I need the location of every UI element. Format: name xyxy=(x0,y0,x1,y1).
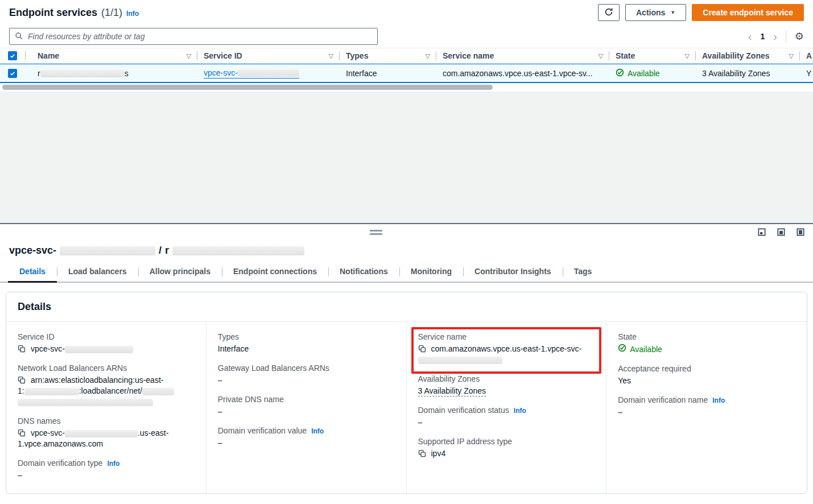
tab-tags[interactable]: Tags xyxy=(563,263,604,282)
field-supported-ip-address-type: Supported IP address type ipv4 xyxy=(418,437,595,459)
refresh-button[interactable] xyxy=(598,4,620,21)
tab-contributor-insights[interactable]: Contributor Insights xyxy=(463,263,563,282)
status-success-icon xyxy=(616,68,624,79)
copy-icon[interactable] xyxy=(18,345,26,356)
filter-icon[interactable]: ▽ xyxy=(685,52,690,60)
table-toolbar: ‹ 1 › ⚙ xyxy=(0,25,813,48)
field-domain-verification-status: Domain verification status Info – xyxy=(418,406,595,428)
table-row[interactable]: rs vpce-svc- Interface com.amazonaws.vpc… xyxy=(0,64,813,83)
select-all-checkbox[interactable] xyxy=(8,51,17,60)
filter-icon[interactable]: ▽ xyxy=(426,52,430,60)
column-header-name[interactable]: Name ▽ xyxy=(25,51,197,60)
field-acceptance-required: Acceptance required Yes xyxy=(618,364,795,386)
column-header-types[interactable]: Types ▽ xyxy=(339,51,436,60)
state-text: Available xyxy=(628,69,660,78)
redacted-text xyxy=(60,246,155,255)
endpoint-services-list-section: Endpoint services (1/1) Info Actions ▼ C… xyxy=(0,0,813,223)
panel-size-medium-icon[interactable] xyxy=(777,228,785,236)
redacted-text xyxy=(418,357,502,364)
current-page-number[interactable]: 1 xyxy=(760,32,765,41)
copy-icon[interactable] xyxy=(418,449,426,460)
page-info-link[interactable]: Info xyxy=(126,10,139,18)
search-box[interactable] xyxy=(9,28,378,45)
field-domain-verification-type: Domain verification type Info – xyxy=(18,458,195,481)
filter-icon[interactable]: ▽ xyxy=(329,52,333,60)
column-header-acceptance-cutoff[interactable]: A xyxy=(799,51,813,60)
column-header-service-id[interactable]: Service ID ▽ xyxy=(197,51,339,60)
field-domain-verification-name: Domain verification name Info – xyxy=(618,395,795,418)
tab-load-balancers[interactable]: Load balancers xyxy=(57,263,138,282)
availability-zones-popover-link[interactable]: 3 Availability Zones xyxy=(418,386,486,396)
field-label: Service name xyxy=(418,332,467,341)
copy-icon[interactable] xyxy=(18,376,26,387)
field-label: DNS names xyxy=(18,416,60,425)
info-link[interactable]: Info xyxy=(514,407,526,415)
page-title: Endpoint services xyxy=(9,7,97,19)
create-endpoint-service-button[interactable]: Create endpoint service xyxy=(692,4,804,21)
field-label: Domain verification type xyxy=(18,458,102,468)
service-id-link[interactable]: vpce-svc- xyxy=(204,68,299,79)
split-panel-drag-handle[interactable] xyxy=(370,230,382,235)
field-glb-arns: Gateway Load Balancers ARNs – xyxy=(218,363,395,386)
tab-endpoint-connections[interactable]: Endpoint connections xyxy=(222,263,328,282)
field-service-id: Service ID vpce-svc- xyxy=(18,332,195,354)
info-link[interactable]: Info xyxy=(311,427,324,435)
divider xyxy=(786,30,786,43)
table-header-row: Name ▽ Service ID ▽ Types ▽ Service name… xyxy=(0,48,813,64)
panel-title: vpce-svc- / r xyxy=(0,224,813,257)
redacted-text xyxy=(172,246,304,255)
field-private-dns-name: Private DNS name – xyxy=(218,395,395,417)
actions-button[interactable]: Actions ▼ xyxy=(625,4,686,21)
field-types: Types Interface xyxy=(218,332,395,354)
actions-button-label: Actions xyxy=(636,8,665,17)
column-header-service-name[interactable]: Service name ▽ xyxy=(436,51,609,60)
details-column-2: Types Interface Gateway Load Balancers A… xyxy=(207,322,407,493)
field-label: Domain verification name xyxy=(618,395,708,404)
details-column-1: Service ID vpce-svc- Network Load Balanc… xyxy=(6,322,207,493)
panel-size-small-icon[interactable] xyxy=(758,228,766,236)
filter-icon[interactable]: ▽ xyxy=(789,52,794,60)
tab-allow-principals[interactable]: Allow principals xyxy=(138,263,222,282)
row-checkbox[interactable] xyxy=(8,69,17,78)
copy-icon[interactable] xyxy=(18,429,26,440)
copy-icon[interactable] xyxy=(418,345,426,356)
field-label: Gateway Load Balancers ARNs xyxy=(218,363,329,373)
preferences-gear-icon[interactable]: ⚙ xyxy=(795,31,804,42)
tab-details[interactable]: Details xyxy=(8,263,57,282)
tab-notifications[interactable]: Notifications xyxy=(328,263,399,282)
details-column-3: Service name com.amazonaws.vpce.us-east-… xyxy=(407,322,607,493)
info-link[interactable]: Info xyxy=(712,396,725,404)
horizontal-scrollbar-track[interactable] xyxy=(0,83,813,92)
horizontal-scrollbar-thumb[interactable] xyxy=(2,85,493,90)
info-link[interactable]: Info xyxy=(107,460,119,468)
field-label: Service ID xyxy=(18,332,55,341)
column-header-availability-zones[interactable]: Availability Zones ▽ xyxy=(695,51,799,60)
field-label: Domain verification value xyxy=(218,426,307,435)
panel-size-large-icon[interactable] xyxy=(797,228,804,236)
search-input[interactable] xyxy=(27,31,372,42)
redacted-text xyxy=(142,388,174,395)
details-card-heading: Details xyxy=(6,292,807,322)
field-label: Domain verification status xyxy=(418,406,509,415)
next-page-button[interactable]: › xyxy=(773,31,777,42)
empty-content-area xyxy=(0,92,813,223)
field-dns-names: DNS names vpce-svc-.us-east- 1.vpce.amaz… xyxy=(18,416,195,449)
field-label: State xyxy=(618,332,637,341)
details-column-4: State Available Acceptance required Yes xyxy=(606,322,807,493)
filter-icon[interactable]: ▽ xyxy=(599,52,603,60)
cell-acceptance-cutoff: Y xyxy=(799,69,813,78)
details-card-body: Service ID vpce-svc- Network Load Balanc… xyxy=(6,322,807,493)
tab-monitoring[interactable]: Monitoring xyxy=(399,263,463,282)
page-heading: Endpoint services (1/1) Info xyxy=(9,7,139,19)
pagination: ‹ 1 › ⚙ xyxy=(748,30,804,43)
redacted-text xyxy=(24,388,79,395)
field-label: Network Load Balancers ARNs xyxy=(18,363,127,373)
cell-state: Available xyxy=(609,68,695,79)
redacted-text xyxy=(65,430,138,437)
column-header-state[interactable]: State ▽ xyxy=(609,51,695,60)
previous-page-button[interactable]: ‹ xyxy=(748,31,752,42)
refresh-icon xyxy=(604,7,613,18)
field-service-name: Service name com.amazonaws.vpce.us-east-… xyxy=(418,332,595,365)
filter-icon[interactable]: ▽ xyxy=(187,52,191,60)
availability-zones-popover-link[interactable]: 3 Availability Zones xyxy=(702,69,770,78)
